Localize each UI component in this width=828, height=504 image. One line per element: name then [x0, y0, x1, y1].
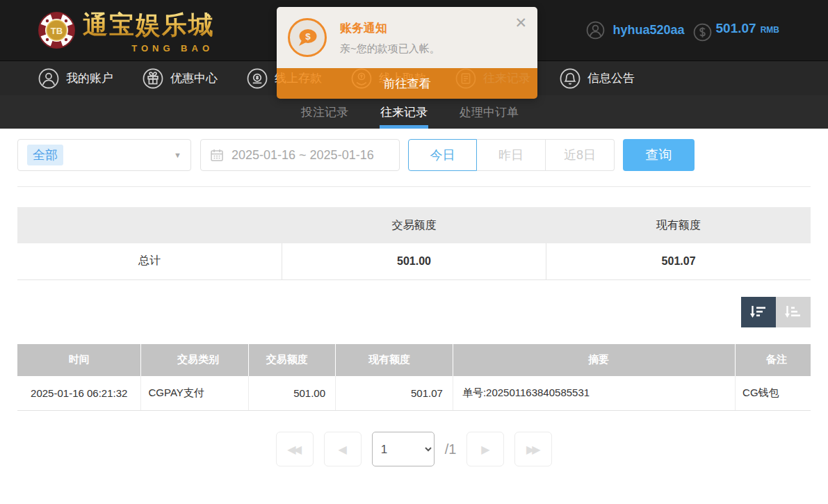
summary-table: 交易额度 现有额度 总计 501.00 501.07 [17, 207, 811, 280]
summary-header-current: 现有额度 [546, 207, 811, 243]
notification-action-button[interactable]: 前往查看 [277, 68, 537, 99]
quick-date-group: 今日 昨日 近8日 [408, 139, 615, 171]
cell-amount: 501.00 [248, 376, 336, 411]
type-select-value: 全部 [27, 145, 63, 165]
page-select[interactable]: 1 [372, 432, 435, 466]
page-total-label: /1 [445, 441, 457, 457]
poker-chip-icon: TB [38, 11, 76, 49]
summary-header-trade: 交易额度 [282, 207, 546, 243]
site-logo[interactable]: TB 通宝娱乐城 TONG BAO [38, 8, 215, 52]
gift-icon [143, 68, 163, 89]
query-button[interactable]: 查询 [623, 139, 695, 171]
pagination: ◀◀ ◀ 1 /1 ▶ ▶▶ [17, 432, 811, 466]
balance-area[interactable]: 501.07 RMB [693, 21, 779, 40]
sort-descending-button[interactable] [741, 297, 776, 327]
user-icon [586, 21, 605, 40]
records-header-row: 时间 交易类别 交易额度 现有额度 摘要 备注 [17, 344, 811, 376]
filter-row: 全部 ▼ 2025-01-16 ~ 2025-01-16 今日 昨日 近8日 查… [17, 139, 811, 171]
prev-page-button[interactable]: ◀ [324, 432, 362, 466]
notification-title: 账务通知 [340, 20, 440, 36]
summary-current-amount: 501.07 [546, 243, 811, 279]
last-page-button[interactable]: ▶▶ [514, 432, 552, 466]
summary-total-label: 总计 [17, 243, 282, 279]
sort-controls [17, 297, 811, 327]
notification-message: 亲~您的款项已入帐。 [340, 42, 440, 56]
tab-bet-records[interactable]: 投注记录 [300, 95, 349, 129]
user-icon [38, 68, 59, 89]
calendar-icon [210, 148, 224, 162]
notification-body: $ 账务通知 亲~您的款项已入帐。 ✕ [277, 7, 537, 68]
nav-item-announcements[interactable]: 信息公告 [560, 68, 635, 89]
date-range-value: 2025-01-16 ~ 2025-01-16 [232, 148, 374, 163]
nav-label: 优惠中心 [170, 70, 218, 86]
col-header-amount: 交易额度 [248, 344, 336, 376]
col-header-time: 时间 [17, 344, 141, 376]
username: hyhua520aa [612, 23, 684, 38]
quick-btn-yesterday[interactable]: 昨日 [477, 139, 546, 171]
records-table: 时间 交易类别 交易额度 现有额度 摘要 备注 2025-01-16 06:21… [17, 344, 811, 412]
balance-value: 501.07 [716, 21, 756, 36]
col-header-type: 交易类别 [141, 344, 248, 376]
col-header-memo: 摘要 [453, 344, 735, 376]
dollar-bubble-icon: $ [296, 27, 318, 48]
logo-text: 通宝娱乐城 TONG BAO [83, 8, 215, 52]
content-area: 全部 ▼ 2025-01-16 ~ 2025-01-16 今日 昨日 近8日 查… [0, 139, 828, 466]
quick-btn-today[interactable]: 今日 [408, 139, 477, 171]
logo-subtitle: TONG BAO [131, 43, 213, 54]
tab-transaction-records[interactable]: 往来记录 [380, 95, 428, 129]
next-page-button[interactable]: ▶ [466, 432, 504, 466]
section-divider [17, 186, 811, 187]
summary-header-empty [17, 207, 282, 243]
sort-desc-icon [749, 304, 768, 320]
notification-text: 账务通知 亲~您的款项已入帐。 [340, 20, 440, 56]
cell-time: 2025-01-16 06:21:32 [17, 376, 141, 411]
nav-label: 信息公告 [587, 70, 635, 86]
sort-ascending-button[interactable] [776, 297, 811, 327]
nav-item-my-account[interactable]: 我的账户 [38, 68, 113, 89]
nav-label: 我的账户 [66, 70, 113, 86]
sort-asc-icon [784, 304, 802, 320]
summary-trade-amount: 501.00 [282, 243, 546, 279]
money-message-icon: $ [288, 18, 327, 57]
dollar-coin-icon [693, 23, 712, 42]
date-range-input[interactable]: 2025-01-16 ~ 2025-01-16 [200, 139, 400, 171]
svg-text:TB: TB [51, 26, 63, 36]
notification-popup: $ 账务通知 亲~您的款项已入帐。 ✕ 前往查看 [277, 7, 537, 99]
type-select[interactable]: 全部 ▼ [17, 139, 191, 171]
nav-item-promotions[interactable]: 优惠中心 [143, 68, 218, 89]
user-account[interactable]: hyhua520aa [586, 21, 684, 40]
user-area: hyhua520aa 501.07 RMB [586, 21, 779, 40]
page: TB 通宝娱乐城 TONG BAO hyhua520aa 501.07 [0, 0, 828, 504]
col-header-note: 备注 [736, 344, 811, 376]
tab-pending-orders[interactable]: 处理中订单 [459, 95, 519, 129]
quick-btn-last8days[interactable]: 近8日 [546, 139, 615, 171]
logo-title: 通宝娱乐城 [83, 8, 215, 42]
cell-balance: 501.07 [336, 376, 453, 411]
first-page-button[interactable]: ◀◀ [276, 432, 314, 466]
table-row: 2025-01-16 06:21:32 CGPAY支付 501.00 501.0… [17, 376, 811, 411]
deposit-icon [247, 68, 268, 89]
cell-type: CGPAY支付 [141, 376, 248, 411]
summary-header-row: 交易额度 现有额度 [17, 207, 811, 243]
currency-label: RMB [761, 25, 779, 35]
cell-memo: 单号:202501163840585531 [453, 376, 735, 411]
summary-total-row: 总计 501.00 501.07 [17, 243, 811, 279]
close-icon[interactable]: ✕ [514, 15, 527, 30]
col-header-balance: 现有额度 [336, 344, 453, 376]
bell-icon [560, 68, 581, 89]
chevron-down-icon: ▼ [174, 151, 181, 159]
record-tabs: 投注记录 往来记录 处理中订单 [0, 95, 828, 129]
svg-text:$: $ [305, 31, 311, 42]
cell-note: CG钱包 [736, 376, 811, 411]
